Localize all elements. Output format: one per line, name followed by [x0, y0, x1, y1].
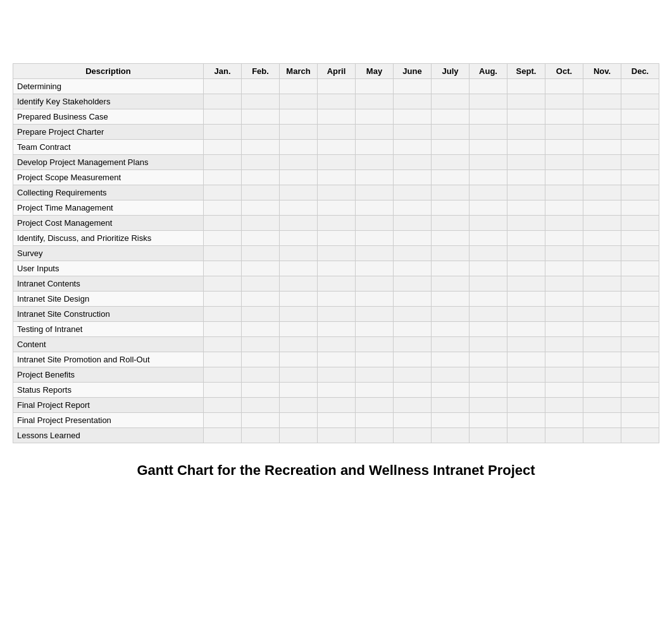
- cell-6-8: [507, 170, 545, 185]
- cell-19-11: [621, 367, 659, 383]
- cell-21-2: [280, 398, 318, 413]
- cell-14-3: [318, 292, 356, 307]
- cell-11-9: [545, 246, 583, 261]
- cell-16-6: [432, 322, 470, 337]
- cell-7-10: [583, 185, 621, 200]
- cell-12-5: [394, 261, 432, 276]
- task-label-15: Intranet Site Construction: [13, 307, 204, 322]
- cell-22-3: [318, 413, 356, 428]
- cell-19-1: [242, 367, 280, 383]
- gantt-table: Description Jan.Feb.MarchAprilMayJuneJul…: [13, 63, 659, 443]
- cell-12-3: [318, 261, 356, 276]
- cell-15-4: [356, 307, 394, 322]
- cell-10-10: [583, 231, 621, 246]
- month-header-1: Feb.: [242, 64, 280, 79]
- cell-2-1: [242, 109, 280, 125]
- table-row: User Inputs: [13, 261, 659, 276]
- cell-13-5: [394, 276, 432, 292]
- cell-12-4: [356, 261, 394, 276]
- cell-17-10: [583, 337, 621, 352]
- cell-21-3: [318, 398, 356, 413]
- cell-6-2: [280, 170, 318, 185]
- cell-2-8: [507, 109, 545, 125]
- cell-17-11: [621, 337, 659, 352]
- cell-1-0: [204, 94, 242, 109]
- cell-1-2: [280, 94, 318, 109]
- table-row: Collecting Requirements: [13, 185, 659, 200]
- cell-21-7: [470, 398, 507, 413]
- table-row: Intranet Site Construction: [13, 307, 659, 322]
- cell-3-9: [545, 125, 583, 140]
- table-row: Intranet Site Design: [13, 292, 659, 307]
- cell-11-3: [318, 246, 356, 261]
- cell-5-6: [432, 155, 470, 170]
- cell-19-3: [318, 367, 356, 383]
- cell-10-9: [545, 231, 583, 246]
- cell-20-10: [583, 383, 621, 398]
- cell-3-5: [394, 125, 432, 140]
- table-row: Team Contract: [13, 140, 659, 155]
- cell-1-7: [470, 94, 507, 109]
- task-label-19: Project Benefits: [13, 367, 204, 383]
- task-label-20: Status Reports: [13, 383, 204, 398]
- cell-5-2: [280, 155, 318, 170]
- cell-17-0: [204, 337, 242, 352]
- cell-8-6: [432, 200, 470, 216]
- cell-2-9: [545, 109, 583, 125]
- cell-5-10: [583, 155, 621, 170]
- cell-4-0: [204, 140, 242, 155]
- table-row: Determining: [13, 79, 659, 94]
- cell-12-1: [242, 261, 280, 276]
- cell-20-3: [318, 383, 356, 398]
- table-row: Final Project Report: [13, 398, 659, 413]
- table-row: Survey: [13, 246, 659, 261]
- task-label-7: Collecting Requirements: [13, 185, 204, 200]
- cell-6-9: [545, 170, 583, 185]
- table-row: Testing of Intranet: [13, 322, 659, 337]
- cell-6-6: [432, 170, 470, 185]
- cell-17-5: [394, 337, 432, 352]
- cell-7-3: [318, 185, 356, 200]
- table-row: Project Benefits: [13, 367, 659, 383]
- cell-18-8: [507, 352, 545, 367]
- cell-18-2: [280, 352, 318, 367]
- cell-10-2: [280, 231, 318, 246]
- cell-14-1: [242, 292, 280, 307]
- cell-2-11: [621, 109, 659, 125]
- cell-21-4: [356, 398, 394, 413]
- cell-15-3: [318, 307, 356, 322]
- cell-2-5: [394, 109, 432, 125]
- cell-21-8: [507, 398, 545, 413]
- cell-0-11: [621, 79, 659, 94]
- cell-14-5: [394, 292, 432, 307]
- cell-18-11: [621, 352, 659, 367]
- task-label-14: Intranet Site Design: [13, 292, 204, 307]
- cell-19-4: [356, 367, 394, 383]
- cell-7-1: [242, 185, 280, 200]
- cell-14-10: [583, 292, 621, 307]
- cell-17-4: [356, 337, 394, 352]
- cell-1-8: [507, 94, 545, 109]
- cell-5-9: [545, 155, 583, 170]
- task-label-1: Identify Key Stakeholders: [13, 94, 204, 109]
- cell-9-9: [545, 216, 583, 231]
- cell-6-0: [204, 170, 242, 185]
- month-header-10: Nov.: [583, 64, 621, 79]
- cell-9-0: [204, 216, 242, 231]
- cell-10-8: [507, 231, 545, 246]
- cell-14-6: [432, 292, 470, 307]
- header-row: Description Jan.Feb.MarchAprilMayJuneJul…: [13, 64, 659, 79]
- cell-7-2: [280, 185, 318, 200]
- cell-1-9: [545, 94, 583, 109]
- cell-23-5: [394, 428, 432, 443]
- cell-15-9: [545, 307, 583, 322]
- cell-18-9: [545, 352, 583, 367]
- cell-20-9: [545, 383, 583, 398]
- task-label-6: Project Scope Measurement: [13, 170, 204, 185]
- cell-8-5: [394, 200, 432, 216]
- cell-10-3: [318, 231, 356, 246]
- cell-10-11: [621, 231, 659, 246]
- task-label-13: Intranet Contents: [13, 276, 204, 292]
- cell-17-2: [280, 337, 318, 352]
- cell-23-2: [280, 428, 318, 443]
